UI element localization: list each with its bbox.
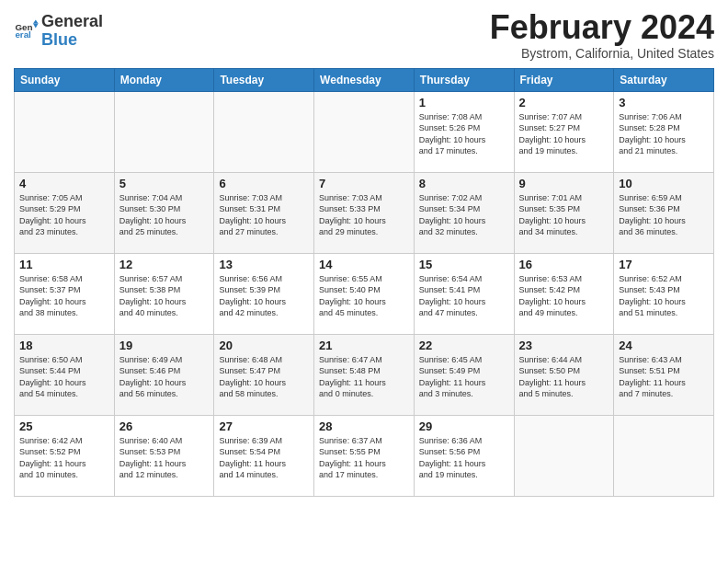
svg-marker-3	[33, 23, 39, 28]
title-block: February 2024 Bystrom, California, Unite…	[490, 9, 714, 61]
day-info: Sunrise: 6:55 AM Sunset: 5:40 PM Dayligh…	[319, 273, 409, 319]
day-info: Sunrise: 6:48 AM Sunset: 5:47 PM Dayligh…	[219, 354, 309, 400]
day-number: 4	[19, 177, 109, 190]
day-number: 2	[519, 96, 609, 109]
calendar-cell: 4Sunrise: 7:05 AM Sunset: 5:29 PM Daylig…	[15, 172, 115, 253]
day-number: 5	[119, 177, 210, 190]
day-number: 9	[519, 177, 609, 190]
day-number: 10	[619, 177, 709, 190]
day-number: 16	[519, 258, 609, 271]
calendar-cell	[514, 415, 614, 496]
day-info: Sunrise: 6:39 AM Sunset: 5:54 PM Dayligh…	[219, 435, 309, 481]
calendar-week-2: 4Sunrise: 7:05 AM Sunset: 5:29 PM Daylig…	[15, 172, 714, 253]
calendar-cell: 25Sunrise: 6:42 AM Sunset: 5:52 PM Dayli…	[15, 415, 115, 496]
logo-blue: Blue	[41, 30, 77, 49]
day-info: Sunrise: 6:40 AM Sunset: 5:53 PM Dayligh…	[119, 435, 210, 481]
day-number: 13	[219, 258, 309, 271]
calendar-cell: 22Sunrise: 6:45 AM Sunset: 5:49 PM Dayli…	[414, 334, 514, 415]
weekday-header-saturday: Saturday	[614, 68, 714, 91]
calendar-cell: 1Sunrise: 7:08 AM Sunset: 5:26 PM Daylig…	[414, 91, 514, 172]
calendar-cell: 29Sunrise: 6:36 AM Sunset: 5:56 PM Dayli…	[414, 415, 514, 496]
weekday-header-wednesday: Wednesday	[314, 68, 415, 91]
day-info: Sunrise: 7:01 AM Sunset: 5:35 PM Dayligh…	[519, 192, 609, 238]
day-info: Sunrise: 6:57 AM Sunset: 5:38 PM Dayligh…	[119, 273, 210, 319]
day-info: Sunrise: 6:45 AM Sunset: 5:49 PM Dayligh…	[419, 354, 509, 400]
day-info: Sunrise: 7:03 AM Sunset: 5:31 PM Dayligh…	[219, 192, 309, 238]
svg-marker-2	[33, 19, 39, 23]
weekday-header-friday: Friday	[514, 68, 614, 91]
day-number: 15	[419, 258, 509, 271]
calendar-cell: 3Sunrise: 7:06 AM Sunset: 5:28 PM Daylig…	[614, 91, 714, 172]
day-number: 23	[519, 339, 609, 352]
calendar-header-row: SundayMondayTuesdayWednesdayThursdayFrid…	[15, 68, 714, 91]
day-info: Sunrise: 7:02 AM Sunset: 5:34 PM Dayligh…	[419, 192, 509, 238]
calendar-cell: 26Sunrise: 6:40 AM Sunset: 5:53 PM Dayli…	[114, 415, 214, 496]
day-info: Sunrise: 7:08 AM Sunset: 5:26 PM Dayligh…	[419, 111, 509, 157]
day-number: 8	[419, 177, 509, 190]
calendar-cell	[114, 91, 214, 172]
logo-icon: Gen eral	[14, 18, 40, 44]
calendar-cell: 12Sunrise: 6:57 AM Sunset: 5:38 PM Dayli…	[114, 253, 214, 334]
day-info: Sunrise: 6:52 AM Sunset: 5:43 PM Dayligh…	[619, 273, 709, 319]
day-info: Sunrise: 6:47 AM Sunset: 5:48 PM Dayligh…	[319, 354, 409, 400]
calendar-body: 1Sunrise: 7:08 AM Sunset: 5:26 PM Daylig…	[15, 91, 714, 496]
calendar-cell	[614, 415, 714, 496]
day-number: 14	[319, 258, 409, 271]
day-number: 12	[119, 258, 210, 271]
day-number: 3	[619, 96, 709, 109]
calendar-cell: 15Sunrise: 6:54 AM Sunset: 5:41 PM Dayli…	[414, 253, 514, 334]
logo-text: General Blue	[41, 13, 103, 50]
weekday-header-tuesday: Tuesday	[214, 68, 314, 91]
logo-general: General	[41, 12, 103, 30]
day-info: Sunrise: 6:36 AM Sunset: 5:56 PM Dayligh…	[419, 435, 509, 481]
calendar-cell: 23Sunrise: 6:44 AM Sunset: 5:50 PM Dayli…	[514, 334, 614, 415]
day-number: 1	[419, 96, 509, 109]
logo: Gen eral General Blue	[14, 13, 103, 50]
calendar-cell: 8Sunrise: 7:02 AM Sunset: 5:34 PM Daylig…	[414, 172, 514, 253]
day-number: 27	[219, 419, 309, 433]
calendar-cell: 28Sunrise: 6:37 AM Sunset: 5:55 PM Dayli…	[314, 415, 415, 496]
day-number: 24	[619, 339, 709, 352]
calendar-cell: 11Sunrise: 6:58 AM Sunset: 5:37 PM Dayli…	[15, 253, 115, 334]
day-number: 7	[319, 177, 409, 190]
calendar-cell: 10Sunrise: 6:59 AM Sunset: 5:36 PM Dayli…	[614, 172, 714, 253]
day-number: 6	[219, 177, 309, 190]
weekday-header-monday: Monday	[114, 68, 214, 91]
day-info: Sunrise: 6:54 AM Sunset: 5:41 PM Dayligh…	[419, 273, 509, 319]
day-info: Sunrise: 6:37 AM Sunset: 5:55 PM Dayligh…	[319, 435, 409, 481]
calendar-cell	[15, 91, 115, 172]
calendar-cell: 7Sunrise: 7:03 AM Sunset: 5:33 PM Daylig…	[314, 172, 415, 253]
day-info: Sunrise: 7:07 AM Sunset: 5:27 PM Dayligh…	[519, 111, 609, 157]
day-number: 20	[219, 339, 309, 352]
day-info: Sunrise: 6:43 AM Sunset: 5:51 PM Dayligh…	[619, 354, 709, 400]
calendar-cell: 27Sunrise: 6:39 AM Sunset: 5:54 PM Dayli…	[214, 415, 314, 496]
calendar-cell: 18Sunrise: 6:50 AM Sunset: 5:44 PM Dayli…	[15, 334, 115, 415]
calendar-cell: 14Sunrise: 6:55 AM Sunset: 5:40 PM Dayli…	[314, 253, 415, 334]
calendar-cell: 2Sunrise: 7:07 AM Sunset: 5:27 PM Daylig…	[514, 91, 614, 172]
day-number: 29	[419, 419, 509, 433]
page-header: Gen eral General Blue February 2024 Byst…	[14, 9, 714, 61]
weekday-header-thursday: Thursday	[414, 68, 514, 91]
calendar-cell	[314, 91, 415, 172]
calendar-cell	[214, 91, 314, 172]
day-info: Sunrise: 6:53 AM Sunset: 5:42 PM Dayligh…	[519, 273, 609, 319]
day-info: Sunrise: 6:58 AM Sunset: 5:37 PM Dayligh…	[19, 273, 109, 319]
calendar-cell: 5Sunrise: 7:04 AM Sunset: 5:30 PM Daylig…	[114, 172, 214, 253]
day-info: Sunrise: 7:05 AM Sunset: 5:29 PM Dayligh…	[19, 192, 109, 238]
day-info: Sunrise: 6:42 AM Sunset: 5:52 PM Dayligh…	[19, 435, 109, 481]
day-info: Sunrise: 7:04 AM Sunset: 5:30 PM Dayligh…	[119, 192, 210, 238]
day-info: Sunrise: 6:50 AM Sunset: 5:44 PM Dayligh…	[19, 354, 109, 400]
day-info: Sunrise: 7:03 AM Sunset: 5:33 PM Dayligh…	[319, 192, 409, 238]
day-number: 17	[619, 258, 709, 271]
location: Bystrom, California, United States	[490, 46, 714, 61]
weekday-header-sunday: Sunday	[15, 68, 115, 91]
day-number: 28	[319, 419, 409, 433]
calendar-cell: 17Sunrise: 6:52 AM Sunset: 5:43 PM Dayli…	[614, 253, 714, 334]
day-info: Sunrise: 6:49 AM Sunset: 5:46 PM Dayligh…	[119, 354, 210, 400]
calendar-cell: 16Sunrise: 6:53 AM Sunset: 5:42 PM Dayli…	[514, 253, 614, 334]
calendar-cell: 21Sunrise: 6:47 AM Sunset: 5:48 PM Dayli…	[314, 334, 415, 415]
calendar-table: SundayMondayTuesdayWednesdayThursdayFrid…	[14, 68, 714, 497]
day-number: 19	[119, 339, 210, 352]
day-info: Sunrise: 7:06 AM Sunset: 5:28 PM Dayligh…	[619, 111, 709, 157]
day-number: 26	[119, 419, 210, 433]
